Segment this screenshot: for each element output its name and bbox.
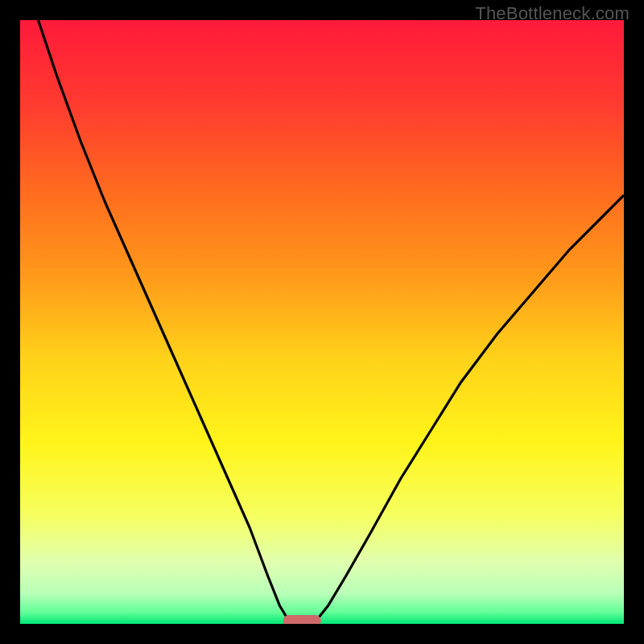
bottom-capsule-marker <box>283 615 321 624</box>
plot-area <box>20 20 624 624</box>
chart-frame: TheBottleneck.com <box>0 0 644 644</box>
background-gradient <box>20 20 624 624</box>
watermark-text: TheBottleneck.com <box>475 3 630 24</box>
chart-svg <box>20 20 624 624</box>
